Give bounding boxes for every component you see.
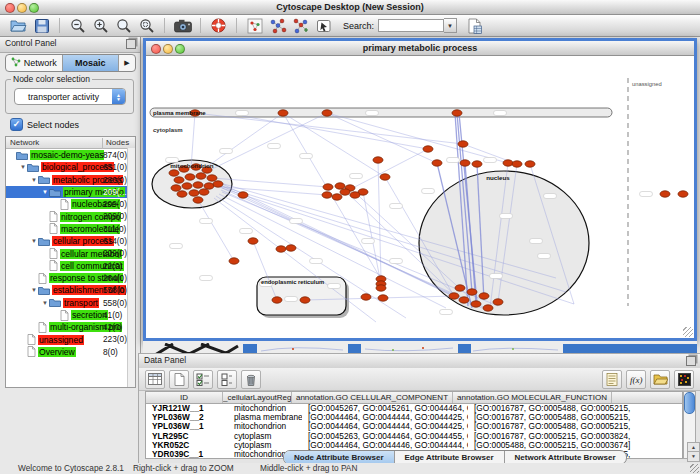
graph-node[interactable] [332,194,342,200]
tree-row[interactable]: cell communicat22(0) [6,260,135,272]
graph-node[interactable] [678,191,688,197]
graph-node[interactable] [459,297,469,303]
graph-node[interactable] [479,293,489,299]
graph-node[interactable] [204,183,214,189]
graph-node[interactable] [449,293,459,299]
tree-row[interactable]: ▼metabolic process280(0) [6,174,135,186]
attribute-table-icon[interactable] [145,370,165,389]
graph-node[interactable] [286,245,296,251]
search-dropdown-arrow-icon[interactable]: ▼ [444,18,457,33]
function-builder-icon[interactable]: f(x) [626,370,646,389]
tree-expander-icon[interactable]: ▼ [41,300,49,306]
table-row[interactable]: YKR052Ccytoplasm[GO:0044464, GO:0044446,… [146,441,682,450]
graph-node[interactable] [373,157,383,163]
graph-node[interactable] [471,301,481,307]
graph-node[interactable] [350,192,360,198]
graph-node[interactable] [323,184,333,190]
tree-row[interactable]: multi-organism pro42(0) [6,321,135,333]
tab-network[interactable]: Network [6,55,63,71]
tab-overflow-arrow-icon[interactable]: ▶ [119,55,135,71]
graph-node[interactable] [169,170,179,176]
graph-node[interactable] [483,305,493,311]
delete-attribute-icon[interactable] [241,370,261,389]
tree-column-network[interactable]: Network [10,138,39,147]
graph-node[interactable] [361,294,371,300]
table-row[interactable]: YPL036W__1mitochondrion[GO:0044464, GO:0… [146,422,682,431]
tree-row[interactable]: nucleobase-209(0) [6,198,135,210]
graph-node[interactable] [423,146,433,152]
tab-mosaic[interactable]: Mosaic [63,55,120,71]
zoom-fit-icon[interactable] [136,17,157,35]
table-column-header[interactable]: annotation.GO MOLECULAR_FUNCTION [453,392,612,403]
graph-node[interactable] [376,285,386,291]
net-maximize-icon[interactable] [175,44,185,54]
app-resize-grip[interactable] [690,464,699,473]
tree-row[interactable]: mosaic-demo-yeast874(0) [6,149,135,161]
graph-node[interactable] [193,182,203,188]
open-folder-icon[interactable] [8,17,29,35]
graph-node[interactable] [278,110,288,116]
new-attribute-icon[interactable] [169,370,189,389]
graph-node[interactable] [322,192,332,198]
graph-node[interactable] [238,192,248,198]
graph-node[interactable] [177,191,187,197]
graph-node[interactable] [380,174,390,180]
graph-node[interactable] [493,299,503,305]
import-table-icon[interactable] [650,370,670,389]
tree-row[interactable]: secretion41(0) [6,309,135,321]
tree-row[interactable]: macromolecule311(0) [6,223,135,235]
graph-node[interactable] [189,190,199,196]
import-attributes-icon[interactable] [464,17,485,35]
matrix-view-icon[interactable] [674,370,694,389]
graph-node[interactable] [525,161,535,167]
maximize-window-icon[interactable] [29,3,39,13]
graph-node[interactable] [185,174,195,180]
graph-node[interactable] [276,246,286,252]
graph-node[interactable] [213,181,223,187]
tree-row[interactable]: response to stimulu264(0) [6,272,135,284]
table-column-header[interactable]: _cellularLayoutRegion [223,392,292,403]
tree-row[interactable]: ▼primary metabo209(... [6,186,135,198]
table-row[interactable]: YLR295Ccytoplasm[GO:0045263, GO:0044464,… [146,432,682,441]
zoom-selected-icon[interactable] [113,17,134,35]
help-lifering-icon[interactable] [208,17,229,35]
graph-node[interactable] [503,160,513,166]
graph-node[interactable] [512,161,522,167]
tree-row[interactable]: ▼biological_process651(0) [6,161,135,173]
select-attributes-icon[interactable] [193,370,213,389]
tree-expander-icon[interactable]: ▼ [41,189,49,195]
table-row[interactable]: YPL036W__2plasma membrane[GO:0044464, GO… [146,413,682,422]
table-scrollbar-thumb[interactable] [684,392,695,414]
graph-node[interactable] [174,177,184,183]
tree-row[interactable]: ▼establishment of lo558(0) [6,284,135,296]
graph-node[interactable] [472,161,482,167]
minimize-window-icon[interactable] [17,3,27,13]
tree-column-nodes[interactable]: Nodes [102,138,129,149]
select-mode-icon[interactable] [313,17,334,35]
graph-node[interactable] [248,238,258,244]
table-column-header[interactable]: annotation.GO CELLULAR_COMPONENT [292,392,453,403]
tree-row[interactable]: nitrogen compo209(0) [6,210,135,222]
tree-row[interactable]: ▼transport558(0) [6,297,135,309]
graph-node[interactable] [207,175,217,181]
tree-expander-icon[interactable]: ▼ [30,177,38,183]
tree-row[interactable]: unassigned223(0) [6,333,135,345]
tree-expander-icon[interactable]: ▼ [19,164,27,170]
background-windows-strip[interactable] [143,341,697,353]
layout-selected-icon[interactable] [290,17,311,35]
graph-node[interactable] [272,297,282,303]
search-input[interactable] [378,19,444,32]
attribute-list-icon[interactable] [602,370,622,389]
graph-node[interactable] [193,197,203,203]
tree-row[interactable]: cellular metabol209(0) [6,247,135,259]
node-color-select[interactable]: transporter activity ▲▼ [14,88,126,105]
network-window-titlebar[interactable]: primary metabolic process [146,41,694,56]
table-column-header[interactable] [612,392,683,403]
graph-node[interactable] [460,160,470,166]
scroll-down-icon[interactable]: ▼ [687,451,700,462]
layout-network-icon[interactable] [267,17,288,35]
graph-node[interactable] [432,160,442,166]
graph-node[interactable] [378,295,388,301]
graph-node[interactable] [335,183,345,189]
table-column-header[interactable]: ID [146,392,223,403]
